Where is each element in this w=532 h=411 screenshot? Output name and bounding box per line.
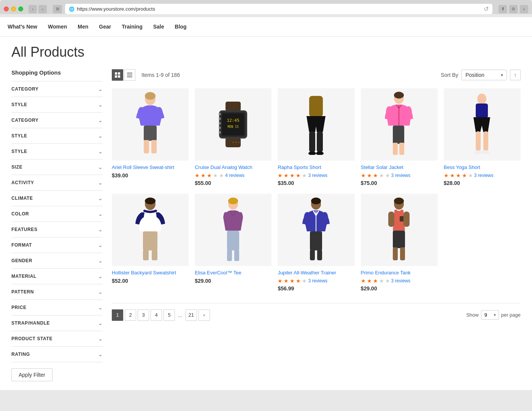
filter-item-price[interactable]: PRICE⌄ — [11, 299, 103, 315]
close-button[interactable] — [4, 6, 9, 11]
reviews-link[interactable]: 4 reviews — [225, 173, 245, 178]
svg-point-42 — [474, 150, 482, 154]
product-card-p5[interactable]: Bess Yoga Short ★★★★★ 3 reviews $28.00 — [444, 88, 521, 186]
product-card-p2[interactable]: 12:45 MON 15 Cruise Dual Analog Watch ★★… — [195, 88, 272, 186]
chevron-down-icon: ⌄ — [98, 180, 103, 186]
filter-item-pattern[interactable]: PATTERN⌄ — [11, 284, 103, 299]
nav-item-gear[interactable]: Gear — [99, 24, 111, 30]
product-stars: ★★★★★ 3 reviews — [361, 172, 438, 178]
svg-rect-39 — [476, 104, 488, 118]
svg-rect-66 — [403, 212, 410, 227]
svg-point-26 — [238, 142, 240, 143]
nav-item-men[interactable]: Men — [78, 24, 88, 30]
product-card-p3[interactable]: Rapha Sports Short ★★★★★ 3 reviews $35.0… — [278, 88, 354, 186]
svg-point-8 — [145, 92, 156, 100]
product-name-p1[interactable]: Ariel Roll Sleeve Sweat-shirt — [112, 164, 189, 171]
chevron-down-icon: ⌄ — [98, 242, 103, 248]
toolbar-right: Sort By PositionNamePriceRating ↑ — [441, 70, 521, 80]
address-bar[interactable]: 🌐 https://www.yourstore.com/products ↺ — [65, 4, 492, 14]
svg-rect-6 — [127, 76, 132, 77]
nav-item-training[interactable]: Training — [122, 24, 142, 30]
product-card-p8[interactable]: Jupiter All-Weather Trainer ★★★★★ 3 revi… — [278, 194, 354, 292]
page-button-21[interactable]: 21 — [186, 309, 197, 321]
list-view-button[interactable] — [124, 69, 135, 81]
star-5: ★ — [219, 172, 224, 178]
product-name-p4[interactable]: Stellar Solar Jacket — [361, 164, 438, 171]
page-button-5[interactable]: 5 — [164, 309, 175, 321]
forward-button[interactable]: › — [38, 5, 47, 13]
per-page-select[interactable]: 91836 — [481, 310, 499, 320]
filter-item-material[interactable]: MATERIAL⌄ — [11, 268, 103, 284]
minimize-button[interactable] — [11, 6, 16, 11]
maximize-button[interactable] — [18, 6, 23, 11]
filter-item-style-1[interactable]: STYLE⌄ — [11, 97, 103, 112]
filter-item-product-state[interactable]: PRODUCT STATE⌄ — [11, 331, 103, 346]
add-tab-button[interactable]: + — [520, 5, 528, 13]
product-name-p7[interactable]: Elisa EverCool™ Tee — [195, 270, 272, 276]
nav-item-sale[interactable]: Sale — [153, 24, 164, 30]
product-name-p6[interactable]: Hollister Backyard Sweatshirt — [112, 270, 189, 276]
filter-item-strap-handle[interactable]: STRAP/HANDLE⌄ — [11, 315, 103, 331]
nav-item-women[interactable]: Women — [48, 24, 67, 30]
next-page-button[interactable]: › — [199, 309, 210, 321]
reviews-link[interactable]: 3 reviews — [474, 173, 494, 178]
product-price-p5: $28.00 — [444, 180, 521, 186]
product-name-p2[interactable]: Cruise Dual Analog Watch — [195, 164, 272, 171]
windows-button[interactable]: ⧉ — [509, 5, 518, 13]
svg-rect-63 — [394, 210, 397, 214]
product-name-p5[interactable]: Bess Yoga Short — [444, 164, 521, 171]
filter-item-features[interactable]: FEATURES⌄ — [11, 221, 103, 237]
svg-point-20 — [219, 118, 221, 120]
share-button[interactable]: ⬆ — [499, 5, 507, 13]
filter-item-activity[interactable]: ACTIVITY⌄ — [11, 175, 103, 190]
per-page-area: Show 91836 per page — [466, 310, 521, 320]
svg-rect-2 — [115, 75, 117, 78]
sort-asc-button[interactable]: ↑ — [510, 70, 521, 80]
filter-item-format[interactable]: FORMAT⌄ — [11, 237, 103, 253]
product-card-p1[interactable]: Ariel Roll Sleeve Sweat-shirt $39.00 — [112, 88, 189, 186]
page-button-1[interactable]: 1 — [112, 309, 123, 321]
svg-rect-36 — [393, 143, 398, 155]
nav-item-blog[interactable]: Blog — [175, 24, 187, 30]
back-button[interactable]: ‹ — [29, 5, 37, 13]
page-button-3[interactable]: 3 — [138, 309, 149, 321]
product-name-p3[interactable]: Rapha Sports Short — [278, 164, 354, 171]
svg-rect-46 — [143, 231, 157, 250]
svg-rect-64 — [400, 210, 403, 214]
chevron-down-icon: ⌄ — [98, 164, 103, 170]
svg-point-50 — [228, 198, 238, 204]
filter-label-style-2: STYLE — [11, 133, 27, 139]
filter-item-climate[interactable]: CLIMATE⌄ — [11, 190, 103, 206]
svg-point-45 — [145, 198, 156, 204]
page-button-2[interactable]: 2 — [125, 309, 136, 321]
product-name-p9[interactable]: Primo Endurance Tank — [361, 270, 438, 276]
product-image-p1 — [112, 88, 189, 161]
star-1: ★ — [361, 172, 366, 178]
product-name-p8[interactable]: Jupiter All-Weather Trainer — [278, 270, 354, 276]
filter-item-category-1[interactable]: CATEGORY⌄ — [11, 81, 103, 97]
apply-filter-button[interactable]: Apply Filter — [11, 368, 52, 381]
filter-item-category-2[interactable]: CATEGORY⌄ — [11, 112, 103, 128]
page-button-4[interactable]: 4 — [151, 309, 162, 321]
reviews-link[interactable]: 3 reviews — [308, 173, 327, 178]
product-card-p4[interactable]: Stellar Solar Jacket ★★★★★ 3 reviews $75… — [361, 88, 438, 186]
nav-item-whats-new[interactable]: What's New — [8, 24, 37, 30]
product-card-p6[interactable]: Hollister Backyard Sweatshirt $52.00 — [112, 194, 189, 292]
filter-item-gender[interactable]: GENDER⌄ — [11, 253, 103, 268]
reviews-link[interactable]: 3 reviews — [391, 278, 411, 284]
items-count: Items 1-9 of 186 — [141, 72, 180, 78]
sort-select[interactable]: PositionNamePriceRating — [461, 70, 507, 80]
filter-item-size[interactable]: SIZE⌄ — [11, 159, 103, 175]
filter-item-style-2[interactable]: STYLE⌄ — [11, 128, 103, 143]
product-card-p7[interactable]: Elisa EverCool™ Tee $29.00 — [195, 194, 272, 292]
filter-item-color[interactable]: COLOR⌄ — [11, 206, 103, 221]
star-2: ★ — [284, 278, 289, 284]
filter-item-style-3[interactable]: STYLE⌄ — [11, 143, 103, 159]
product-card-p9[interactable]: Primo Endurance Tank ★★★★★ 3 reviews $29… — [361, 194, 438, 292]
grid-view-button[interactable] — [112, 69, 123, 81]
refresh-icon[interactable]: ↺ — [484, 5, 489, 13]
filter-item-rating[interactable]: RATING⌄ — [11, 346, 103, 362]
reviews-link[interactable]: 3 reviews — [391, 173, 411, 178]
reviews-link[interactable]: 3 reviews — [308, 278, 327, 284]
svg-rect-59 — [317, 250, 322, 260]
